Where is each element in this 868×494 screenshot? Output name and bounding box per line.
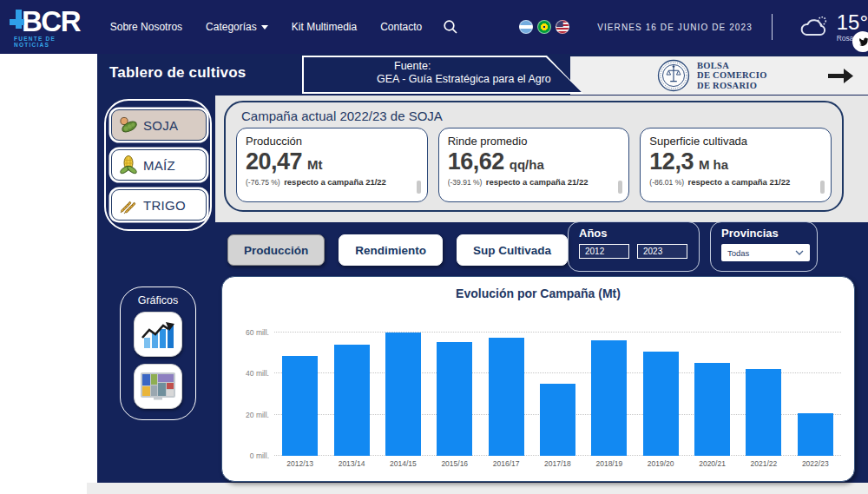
chart-bars: 2012/132013/142014/152015/162016/172017/… <box>274 312 841 456</box>
y-axis-tick-label: 40 mill. <box>229 369 269 378</box>
bcr-logo-text: BCR <box>22 5 80 38</box>
nav-link-categorias[interactable]: Categorías <box>206 21 268 33</box>
current-date: VIERNES 16 DE JUNIO DE 2023 <box>597 23 753 32</box>
crop-button-maiz[interactable]: MAÍZ <box>111 149 207 181</box>
wheat-icon <box>118 194 139 215</box>
treemap-view-button[interactable] <box>134 364 182 409</box>
card-scrollbar[interactable] <box>417 181 421 194</box>
chart-title: Evolución por Campaña (Mt) <box>222 287 854 300</box>
bar-2019/20[interactable] <box>643 352 679 456</box>
bar-slot: 2014/15 <box>378 312 429 456</box>
bar-chart-icon <box>141 319 175 350</box>
kpi-unit: qq/ha <box>510 157 544 172</box>
bar-chart-view-button[interactable] <box>134 312 182 357</box>
bar-slot: 2016/17 <box>480 312 531 456</box>
crop-button-soja[interactable]: SOJA <box>111 109 207 141</box>
evolution-chart-card: Evolución por Campaña (Mt) 0 mill.20 mil… <box>221 276 855 482</box>
y-axis-tick-label: 0 mill. <box>229 451 269 460</box>
bar-slot: 2020/21 <box>687 312 738 456</box>
tab-sup-cultivada[interactable]: Sup Cultivada <box>457 234 568 266</box>
bar-2022/23[interactable] <box>798 413 833 456</box>
bar-2013/14[interactable] <box>334 345 370 456</box>
bcr-logo[interactable]: BCR FUENTE DE NOTICIAS <box>9 6 89 48</box>
bar-2012/13[interactable] <box>282 356 318 456</box>
provinces-filter-label: Provincias <box>721 227 806 240</box>
bar-2021/22[interactable] <box>746 369 781 456</box>
x-axis-tick-label: 2013/14 <box>339 459 365 468</box>
kpi-unit: Mt <box>307 157 323 172</box>
nav-link-sobre-nosotros[interactable]: Sobre Nosotros <box>110 21 182 33</box>
x-axis-tick-label: 2012/13 <box>286 459 313 468</box>
bottom-page-margin <box>87 483 868 494</box>
treemap-icon <box>141 372 175 400</box>
kpi-card-produccion: Producción 20,47 Mt (-76.75 %) respecto … <box>236 128 428 202</box>
chevron-down-icon <box>795 250 804 255</box>
bar-2014/15[interactable] <box>385 333 421 456</box>
crop-dashboard: Tablero de cultivos BOLSA DE COMERCIO DE… <box>97 54 868 483</box>
twitter-icon[interactable] <box>852 31 868 52</box>
bcr-seal-icon <box>657 59 690 92</box>
crop-selector-group: SOJA MAÍZ <box>104 99 212 231</box>
kpi-card-rinde: Rinde promedio 16,62 qq/ha (-39.91 %) re… <box>438 128 630 202</box>
source-banner: Fuente: GEA - Guía Estratégica para el A… <box>302 56 583 94</box>
bar-2017/18[interactable] <box>540 384 575 456</box>
tab-rendimiento[interactable]: Rendimiento <box>339 234 443 266</box>
bar-slot: 2015/16 <box>429 312 480 456</box>
years-filter: Años <box>568 221 700 272</box>
nav-link-kit-multimedia[interactable]: Kit Multimedia <box>292 21 357 33</box>
provinces-dropdown[interactable]: Todas <box>721 244 810 261</box>
arrow-right-icon[interactable] <box>828 67 854 89</box>
search-icon[interactable] <box>443 19 458 35</box>
bar-2020/21[interactable] <box>694 363 730 456</box>
chart-plot: 0 mill.20 mill.40 mill.60 mill.2012/1320… <box>274 312 841 456</box>
source-value: GEA - Guía Estratégica para el Agro <box>377 73 582 85</box>
x-axis-tick-label: 2022/23 <box>802 459 829 468</box>
x-axis-tick-label: 2019/20 <box>648 459 674 468</box>
dashboard-header: Tablero de cultivos BOLSA DE COMERCIO DE… <box>97 54 868 96</box>
brazil-flag-icon[interactable] <box>537 20 551 34</box>
bar-2016/17[interactable] <box>489 338 524 456</box>
navbar-divider <box>772 14 773 40</box>
bar-2015/16[interactable] <box>437 342 472 456</box>
metric-tabs: Producción Rendimiento Sup Cultivada <box>227 234 568 266</box>
y-axis-tick-label: 20 mill. <box>229 411 269 419</box>
y-axis-tick-label: 60 mill. <box>229 328 269 337</box>
nav-links: Sobre Nosotros Categorías Kit Multimedia… <box>110 21 422 33</box>
year-to-input[interactable] <box>637 244 687 259</box>
card-scrollbar[interactable] <box>618 181 622 194</box>
bar-slot: 2012/13 <box>274 312 326 456</box>
bar-2018/19[interactable] <box>591 340 627 456</box>
x-axis-tick-label: 2015/16 <box>441 459 468 468</box>
tab-produccion[interactable]: Producción <box>227 234 325 266</box>
bcr-plus-icon <box>9 9 24 35</box>
usa-flag-icon[interactable] <box>556 20 569 34</box>
kpi-value: 20,47 <box>246 148 302 175</box>
crop-button-trigo[interactable]: TRIGO <box>111 189 207 221</box>
org-header-area: BOLSA DE COMERCIO DE ROSARIO <box>570 56 868 95</box>
provinces-filter: Provincias Todas <box>710 221 818 272</box>
card-scrollbar[interactable] <box>820 181 825 194</box>
soybean-icon <box>118 115 139 135</box>
top-navbar: BCR FUENTE DE NOTICIAS Sobre Nosotros Ca… <box>0 0 868 54</box>
dashboard-title: Tablero de cultivos <box>109 64 246 82</box>
bar-slot: 2013/14 <box>326 312 377 456</box>
x-axis-tick-label: 2021/22 <box>751 459 778 468</box>
bar-slot: 2022/23 <box>790 312 841 456</box>
org-name: BOLSA DE COMERCIO DE ROSARIO <box>697 61 767 89</box>
summary-title: Campaña actual 2022/23 de SOJA <box>241 109 833 123</box>
summary-box: Campaña actual 2022/23 de SOJA Producció… <box>224 101 844 212</box>
kpi-delta: (-76.75 %) respecto a campaña 21/22 <box>246 176 391 189</box>
source-label: Fuente: <box>394 60 582 72</box>
argentina-flag-icon[interactable] <box>519 20 533 34</box>
x-axis-tick-label: 2016/17 <box>493 459 520 468</box>
x-axis-tick-label: 2017/18 <box>544 459 571 468</box>
chevron-down-icon <box>261 25 268 30</box>
bar-slot: 2018/19 <box>583 312 635 456</box>
kpi-unit: M ha <box>699 157 728 172</box>
nav-link-contacto[interactable]: Contacto <box>380 21 422 33</box>
charts-group-label: Gráficos <box>121 294 195 306</box>
summary-panel: Campaña actual 2022/23 de SOJA Producció… <box>215 96 868 222</box>
year-from-input[interactable] <box>579 244 629 259</box>
bar-slot: 2021/22 <box>738 312 789 456</box>
years-filter-label: Años <box>579 227 688 240</box>
